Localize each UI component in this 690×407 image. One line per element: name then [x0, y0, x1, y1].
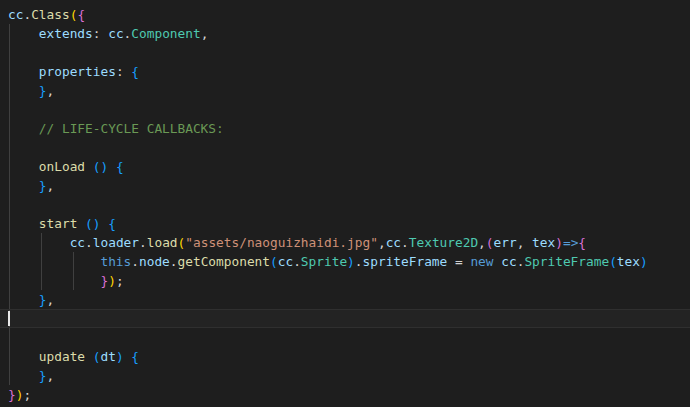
code-token: )	[116, 349, 124, 364]
code-token: =>	[563, 235, 578, 250]
code-token	[85, 349, 93, 364]
code-line[interactable]	[0, 195, 690, 214]
code-token: }	[39, 292, 47, 307]
code-token: cc	[8, 7, 23, 22]
code-token: Sprite	[301, 254, 347, 269]
code-token: tex	[617, 254, 640, 269]
code-token: :	[93, 26, 108, 41]
code-token: {	[77, 7, 85, 22]
code-token: .	[401, 235, 409, 250]
code-token: Component	[131, 26, 200, 41]
code-token: .	[355, 254, 363, 269]
code-token	[8, 349, 39, 364]
code-line[interactable]: cc.loader.load("assets/naoguizhaidi.jpg"…	[0, 233, 690, 252]
code-token: ,	[47, 178, 55, 193]
code-line[interactable]: start () {	[0, 214, 690, 233]
code-token: Texture2D	[409, 235, 478, 250]
code-token: this	[100, 254, 131, 269]
code-token: dt	[101, 349, 116, 364]
code-token: onLoad	[39, 159, 85, 174]
code-token	[8, 26, 39, 41]
code-token: tex	[532, 235, 555, 250]
code-line[interactable]: update (dt) {	[0, 347, 690, 366]
code-line[interactable]: // LIFE-CYCLE CALLBACKS:	[0, 119, 690, 138]
code-token: .	[131, 254, 139, 269]
code-area[interactable]: cc.Class({ extends: cc.Component, proper…	[0, 0, 690, 404]
code-token: )	[108, 273, 116, 288]
code-line[interactable]: });	[0, 271, 690, 290]
code-token: ,	[378, 235, 386, 250]
code-line[interactable]: },	[0, 81, 690, 100]
code-token: ,	[478, 235, 486, 250]
code-token	[8, 121, 39, 136]
code-token: cc	[501, 254, 516, 269]
code-token: node	[139, 254, 170, 269]
code-line[interactable]: properties: {	[0, 62, 690, 81]
code-line[interactable]	[0, 138, 690, 157]
code-token: .	[139, 235, 147, 250]
code-token: extends	[39, 26, 93, 41]
code-token	[8, 292, 39, 307]
code-token: {	[131, 349, 139, 364]
code-token: ()	[85, 216, 100, 231]
code-token: start	[39, 216, 78, 231]
code-token: }	[100, 273, 108, 288]
code-token: {	[131, 64, 139, 79]
code-token: new	[470, 254, 493, 269]
code-token: (	[270, 254, 278, 269]
code-token: {	[578, 235, 586, 250]
code-token: load	[147, 235, 178, 250]
code-token: )	[347, 254, 355, 269]
code-line[interactable]: },	[0, 176, 690, 195]
code-line[interactable]	[0, 43, 690, 62]
code-token: err	[494, 235, 517, 250]
code-line[interactable]: });	[0, 385, 690, 404]
code-token	[8, 273, 100, 288]
code-line[interactable]	[0, 309, 690, 328]
code-token: SpriteFrame	[524, 254, 609, 269]
code-token: ,	[47, 83, 55, 98]
code-token: :	[116, 64, 131, 79]
code-token: ,	[201, 26, 209, 41]
code-line[interactable]: onLoad () {	[0, 157, 690, 176]
code-token: )	[555, 235, 563, 250]
code-token: ;	[116, 273, 124, 288]
code-token	[8, 368, 39, 383]
code-line[interactable]: this.node.getComponent(cc.Sprite).sprite…	[0, 252, 690, 271]
code-token: (	[93, 349, 101, 364]
code-line[interactable]: extends: cc.Component,	[0, 24, 690, 43]
code-editor[interactable]: cc.Class({ extends: cc.Component, proper…	[0, 0, 690, 407]
code-line[interactable]: },	[0, 366, 690, 385]
code-token: ;	[23, 387, 31, 402]
code-token: properties	[39, 64, 116, 79]
code-token: .	[170, 254, 178, 269]
code-token: ,	[517, 235, 532, 250]
code-token	[8, 64, 39, 79]
code-token	[8, 216, 39, 231]
code-token: Class	[31, 7, 70, 22]
code-token: }	[8, 387, 16, 402]
code-token: .	[23, 7, 31, 22]
code-token: cc	[278, 254, 293, 269]
code-token: spriteFrame	[363, 254, 448, 269]
code-line[interactable]: },	[0, 290, 690, 309]
code-token: }	[39, 83, 47, 98]
code-token	[8, 235, 70, 250]
code-token: update	[39, 349, 85, 364]
text-cursor	[8, 311, 10, 326]
code-token: ()	[93, 159, 108, 174]
code-line[interactable]	[0, 328, 690, 347]
code-token	[8, 159, 39, 174]
code-token: cc	[386, 235, 401, 250]
code-token	[8, 178, 39, 193]
code-token: =	[447, 254, 470, 269]
code-token: (	[486, 235, 494, 250]
code-token: {	[108, 216, 116, 231]
code-line[interactable]	[0, 100, 690, 119]
code-line[interactable]: cc.Class({	[0, 5, 690, 24]
code-token: )	[640, 254, 648, 269]
code-token: .	[293, 254, 301, 269]
code-token: {	[116, 159, 124, 174]
code-token	[8, 254, 100, 269]
code-token: // LIFE-CYCLE CALLBACKS:	[39, 121, 224, 136]
